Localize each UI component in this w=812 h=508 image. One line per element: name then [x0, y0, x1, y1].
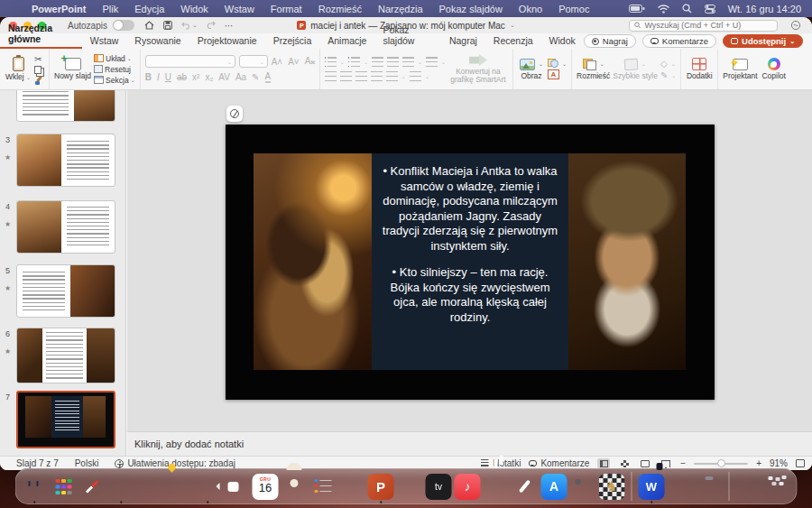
layout-button[interactable]: Układ⌄: [94, 54, 135, 63]
dock-stocks-icon[interactable]: [484, 474, 510, 500]
dock-fitness-icon[interactable]: [397, 474, 423, 500]
addins-button[interactable]: Dodatki: [686, 58, 713, 80]
picture-button[interactable]: ⌄ Obraz: [518, 59, 545, 80]
slide-image-old-man[interactable]: [568, 153, 686, 370]
designer-button[interactable]: Projektant: [723, 59, 757, 80]
format-painter-icon[interactable]: [34, 76, 43, 85]
font-color-icon[interactable]: A: [265, 71, 272, 83]
bullet-list-icon[interactable]: [325, 57, 337, 67]
dock-safari-icon[interactable]: [79, 474, 106, 500]
slide-5-thumbnail[interactable]: [16, 264, 115, 318]
wifi-icon[interactable]: [658, 5, 669, 14]
copilot-canvas-button[interactable]: [226, 106, 243, 122]
share-link-icon[interactable]: [790, 20, 801, 32]
dock-finder-icon[interactable]: [22, 474, 48, 500]
dock-messages-icon[interactable]: [108, 474, 134, 500]
tab-narzedzia-glowne[interactable]: Narzędzia główne: [0, 23, 82, 49]
menu-item-narzedzia[interactable]: Narzędzia: [370, 4, 431, 14]
spotlight-search-icon[interactable]: [682, 4, 692, 14]
menu-item-widok[interactable]: Widok: [172, 4, 217, 14]
menu-item-format[interactable]: Format: [263, 4, 310, 14]
dock-preview-icon[interactable]: [668, 474, 694, 500]
clear-formatting-button[interactable]: A𝄪: [305, 56, 315, 67]
strikethrough-button[interactable]: ab: [177, 72, 187, 82]
dock-launchpad-icon[interactable]: [51, 474, 77, 500]
tab-animacje[interactable]: Animacje: [319, 35, 374, 49]
normal-view-button[interactable]: [597, 458, 610, 468]
change-case-button[interactable]: Aa: [235, 72, 246, 82]
menu-item-edycja[interactable]: Edycja: [126, 4, 172, 14]
columns-icon[interactable]: [426, 57, 438, 67]
slide-sorter-view-button[interactable]: [618, 458, 631, 468]
tab-widok[interactable]: Widok: [541, 35, 584, 49]
dock-app-store-icon[interactable]: A: [541, 474, 567, 500]
share-button[interactable]: Udostępnij⌄: [723, 34, 803, 48]
paste-button[interactable]: Wklej ⌄: [5, 57, 32, 81]
control-center-icon[interactable]: [705, 5, 715, 14]
reading-view-button[interactable]: [639, 458, 651, 468]
save-icon[interactable]: [163, 21, 172, 30]
search-field[interactable]: [629, 20, 778, 32]
notes-toggle-button[interactable]: Notatki: [481, 458, 521, 468]
dock-trash-icon[interactable]: [765, 474, 791, 500]
tab-recenzja[interactable]: Recenzja: [485, 35, 541, 49]
slide-text-panel[interactable]: • Konflikt Macieja i Antka to walka samc…: [372, 153, 568, 370]
section-button[interactable]: Sekcja⌄: [94, 76, 135, 85]
language-indicator[interactable]: Polski: [75, 458, 99, 468]
quick-styles-button[interactable]: ⌄ Szybkie style: [613, 59, 658, 80]
underline-button[interactable]: U: [165, 72, 171, 82]
tab-przejscia[interactable]: Przejścia: [265, 35, 320, 49]
new-slide-button[interactable]: Nowy slajd: [54, 58, 91, 80]
tab-nagraj[interactable]: Nagraj: [441, 35, 485, 49]
dock-facetime-icon[interactable]: [224, 474, 250, 500]
arrange-button[interactable]: ⌄ Rozmieść: [577, 59, 610, 80]
copilot-button[interactable]: Copilot: [761, 58, 788, 80]
home-icon[interactable]: [144, 21, 154, 30]
menu-item-okno[interactable]: Okno: [511, 4, 550, 14]
align-right-icon[interactable]: [355, 71, 367, 81]
slide-2-thumbnail[interactable]: [16, 90, 115, 122]
dock-reminders-icon[interactable]: [310, 474, 337, 500]
zoom-in-button[interactable]: +: [756, 458, 761, 468]
italic-button[interactable]: I: [157, 72, 160, 82]
shape-outline-icon[interactable]: ✎: [660, 70, 668, 80]
tab-rysowanie[interactable]: Rysowanie: [126, 35, 189, 49]
reset-button[interactable]: Resetuj: [94, 65, 135, 74]
record-button[interactable]: Nagraj: [584, 34, 636, 48]
menu-item-powerpoint[interactable]: PowerPoint: [23, 4, 95, 14]
shapes-icon[interactable]: [548, 59, 558, 68]
text-box-icon[interactable]: A: [548, 69, 559, 79]
redo-icon[interactable]: [207, 21, 216, 30]
search-input[interactable]: [644, 21, 772, 30]
character-spacing-button[interactable]: AV: [218, 72, 230, 82]
zoom-percentage[interactable]: 91%: [770, 458, 788, 468]
cut-icon[interactable]: ✂: [34, 54, 44, 64]
align-text-icon[interactable]: [410, 71, 421, 81]
zoom-slider[interactable]: [694, 463, 748, 465]
comments-button[interactable]: Komentarze: [642, 34, 716, 48]
menu-item-wstaw[interactable]: Wstaw: [217, 4, 263, 14]
menu-item-rozmiesc[interactable]: Rozmieść: [310, 4, 370, 14]
line-spacing-icon[interactable]: [402, 57, 414, 67]
undo-icon[interactable]: ⌄: [181, 21, 198, 30]
slide-6-thumbnail[interactable]: [16, 328, 115, 383]
superscript-button[interactable]: x²: [192, 72, 199, 82]
menu-bar-clock[interactable]: Wt. 16 gru 14:20: [728, 4, 801, 14]
zoom-slider-knob[interactable]: [717, 459, 725, 467]
tab-pokaz-slajdow[interactable]: Pokaz slajdów: [374, 24, 440, 49]
copy-icon[interactable]: [34, 66, 42, 74]
text-direction-icon[interactable]: [386, 71, 398, 81]
dock-mail-icon[interactable]: [137, 474, 163, 500]
more-toolbar-icon[interactable]: ⋯: [225, 21, 234, 31]
tab-wstaw[interactable]: Wstaw: [82, 35, 127, 49]
comments-toggle-button[interactable]: Komentarze: [529, 458, 589, 468]
decrease-indent-icon[interactable]: [372, 57, 383, 67]
autosave-toggle[interactable]: [113, 20, 134, 31]
zoom-out-button[interactable]: −: [680, 458, 686, 468]
menu-item-plik[interactable]: Plik: [95, 4, 127, 14]
notes-pane[interactable]: Kliknij, aby dodać notatki: [127, 431, 812, 456]
font-size-dropdown[interactable]: ⌄: [239, 55, 268, 68]
dock-downloads-stack-icon[interactable]: [736, 474, 762, 500]
grow-font-button[interactable]: A˄: [272, 57, 283, 67]
dock-pages-icon[interactable]: [512, 474, 539, 500]
